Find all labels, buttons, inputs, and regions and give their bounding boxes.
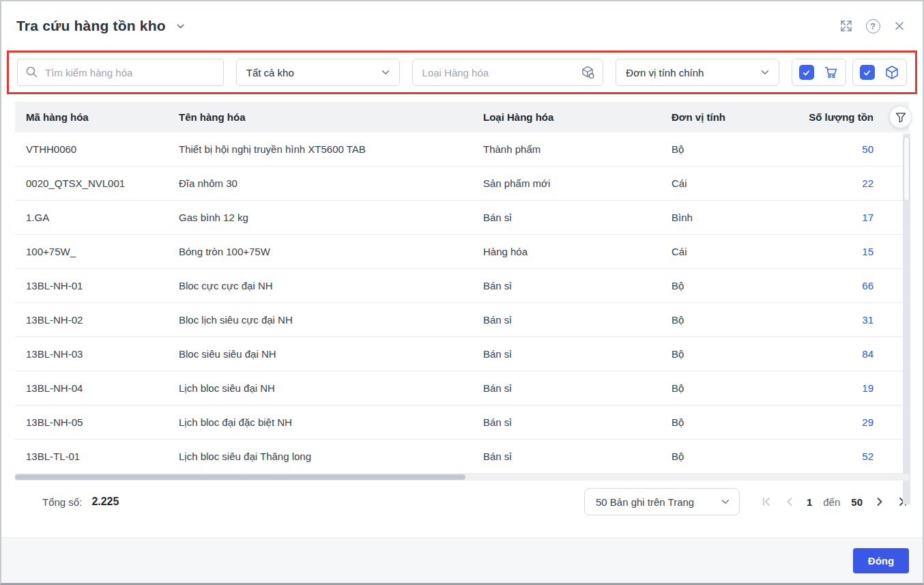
table-row[interactable]: 13BL-NH-01 Bloc cực cực đại NH Bán sỉ Bộ… bbox=[15, 269, 909, 303]
column-header-unit: Đơn vị tính bbox=[672, 111, 808, 123]
help-icon[interactable]: ? bbox=[865, 18, 881, 34]
stock-quantity-link[interactable]: 17 bbox=[862, 212, 874, 223]
item-type-field-wrap bbox=[412, 59, 604, 86]
cell-item-name: Bóng tròn 100+75W bbox=[179, 246, 483, 257]
chevron-down-icon bbox=[760, 67, 770, 78]
close-icon[interactable] bbox=[891, 18, 908, 34]
category-box-icon[interactable] bbox=[580, 65, 595, 83]
cart-icon bbox=[823, 64, 839, 81]
chevron-down-icon bbox=[380, 67, 391, 78]
warehouse-select-value: Tất cả kho bbox=[246, 67, 294, 79]
cell-item-unit: Cái bbox=[672, 177, 808, 189]
cell-stock-qty: 52 bbox=[808, 451, 909, 462]
pagination-bar: Tổng số: 2.225 50 Bản ghi trên Trang 1 đ… bbox=[1, 481, 923, 523]
pagination-first-button[interactable] bbox=[759, 494, 774, 509]
cart-filter-group[interactable] bbox=[792, 59, 846, 86]
filter-bar-highlight: Tất cả kho Đơn vị tính chính bbox=[7, 51, 917, 94]
cell-item-unit: Cái bbox=[672, 246, 808, 257]
filter-funnel-button[interactable] bbox=[889, 106, 912, 128]
column-header-item-type: Loại Hàng hóa bbox=[483, 111, 672, 123]
unit-select[interactable]: Đơn vị tính chính bbox=[616, 59, 779, 86]
table-body: VTHH0060 Thiết bị hội nghị truyền hình X… bbox=[15, 132, 909, 474]
box-filter-group[interactable] bbox=[852, 59, 907, 86]
table-row[interactable]: 1.GA Gas bình 12 kg Bán sỉ Bình 17 bbox=[15, 201, 909, 235]
inventory-table: Mã hàng hóa Tên hàng hóa Loại Hàng hóa Đ… bbox=[15, 102, 909, 481]
unit-select-value: Đơn vị tính chính bbox=[626, 67, 704, 79]
cell-stock-qty: 31 bbox=[808, 314, 909, 326]
page-size-select[interactable]: 50 Bản ghi trên Trang bbox=[584, 488, 740, 515]
vertical-scrollbar-thumb[interactable] bbox=[904, 137, 910, 201]
stock-quantity-link[interactable]: 22 bbox=[862, 177, 874, 189]
table-row[interactable]: VTHH0060 Thiết bị hội nghị truyền hình X… bbox=[15, 132, 909, 167]
prev-page-icon bbox=[783, 495, 796, 509]
search-input[interactable] bbox=[17, 59, 224, 86]
cell-item-name: Thiết bị hội nghị truyền hình XT5600 TAB bbox=[179, 143, 483, 155]
expand-icon[interactable] bbox=[838, 18, 854, 34]
check-icon bbox=[801, 68, 811, 78]
stock-quantity-link[interactable]: 19 bbox=[862, 382, 874, 394]
table-row[interactable]: 13BL-TL-01 Lịch bloc siêu đại Thăng long… bbox=[15, 440, 909, 474]
table-row[interactable]: 13BL-NH-03 Bloc siêu siêu đại NH Bán sỉ … bbox=[15, 337, 909, 371]
cell-item-code: 13BL-NH-05 bbox=[15, 416, 179, 428]
pagination-next-button[interactable] bbox=[872, 494, 887, 509]
horizontal-scrollbar[interactable] bbox=[15, 474, 909, 481]
cell-stock-qty: 22 bbox=[808, 177, 909, 189]
table-row[interactable]: 100+75W_ Bóng tròn 100+75W Hàng hóa Cái … bbox=[15, 235, 909, 269]
item-type-input[interactable] bbox=[412, 59, 604, 86]
table-row[interactable]: 13BL-NH-02 Bloc lịch siêu cực đại NH Bán… bbox=[15, 303, 909, 337]
warehouse-select[interactable]: Tất cả kho bbox=[236, 59, 400, 86]
cell-stock-qty: 84 bbox=[808, 348, 909, 360]
cell-item-code: 13BL-NH-04 bbox=[15, 382, 179, 394]
stock-quantity-link[interactable]: 66 bbox=[862, 280, 874, 291]
column-header-item-code: Mã hàng hóa bbox=[15, 111, 179, 123]
cell-item-name: Bloc lịch siêu cực đại NH bbox=[179, 314, 483, 326]
stock-quantity-link[interactable]: 31 bbox=[862, 314, 874, 326]
stock-quantity-link[interactable]: 52 bbox=[862, 451, 874, 462]
vertical-scrollbar[interactable] bbox=[903, 134, 910, 504]
next-page-icon bbox=[873, 495, 886, 509]
inventory-lookup-window: Tra cứu hàng tồn kho ? bbox=[0, 0, 924, 585]
table-row[interactable]: 13BL-NH-04 Lịch bloc siêu đại NH Bán sỉ … bbox=[15, 371, 909, 405]
cell-item-type: Bán sỉ bbox=[483, 382, 672, 394]
cell-item-unit: Bộ bbox=[672, 348, 808, 360]
cell-item-name: Bloc cực cực đại NH bbox=[179, 280, 483, 291]
cell-stock-qty: 66 bbox=[808, 280, 909, 291]
page-size-value: 50 Bản ghi trên Trang bbox=[596, 496, 694, 508]
cell-item-name: Lịch bloc siêu đại NH bbox=[179, 382, 483, 394]
cell-item-type: Bán sỉ bbox=[483, 451, 672, 462]
cell-item-unit: Bình bbox=[672, 212, 808, 223]
cell-item-code: 13BL-NH-01 bbox=[15, 280, 179, 291]
table-row[interactable]: 13BL-NH-05 Lịch bloc đại đặc biệt NH Bán… bbox=[15, 405, 909, 440]
cell-item-type: Sản phẩm mới bbox=[483, 177, 672, 189]
cell-item-unit: Bộ bbox=[672, 143, 808, 155]
cart-filter-checkbox[interactable] bbox=[799, 65, 814, 80]
cell-item-unit: Bộ bbox=[672, 314, 808, 326]
pagination-controls: 50 Bản ghi trên Trang 1 đến 50 bbox=[584, 488, 910, 515]
stock-quantity-link[interactable]: 15 bbox=[862, 246, 874, 257]
table-row[interactable]: 0020_QTSX_NVL001 Đĩa nhôm 30 Sản phẩm mớ… bbox=[15, 167, 909, 201]
cell-item-code: 13BL-NH-02 bbox=[15, 314, 179, 326]
page-title: Tra cứu hàng tồn kho bbox=[16, 18, 166, 34]
pagination-prev-button[interactable] bbox=[782, 494, 797, 509]
total-label: Tổng số: bbox=[42, 496, 82, 508]
title-chevron-down-icon[interactable] bbox=[175, 21, 186, 31]
stock-quantity-link[interactable]: 84 bbox=[862, 348, 874, 360]
cell-item-code: 1.GA bbox=[15, 212, 179, 223]
cell-stock-qty: 17 bbox=[808, 212, 909, 223]
cell-stock-qty: 19 bbox=[808, 382, 909, 394]
check-icon bbox=[862, 68, 872, 78]
cell-item-code: 100+75W_ bbox=[15, 246, 179, 257]
cell-item-unit: Bộ bbox=[672, 280, 808, 291]
cell-item-type: Bán sỉ bbox=[483, 212, 672, 223]
box-filter-checkbox[interactable] bbox=[860, 65, 875, 80]
stock-quantity-link[interactable]: 29 bbox=[862, 416, 874, 428]
close-button[interactable]: Đóng bbox=[853, 548, 909, 573]
first-page-icon bbox=[760, 495, 773, 509]
pager: 1 đến 50 bbox=[759, 494, 910, 509]
horizontal-scrollbar-thumb[interactable] bbox=[15, 474, 465, 480]
bottom-action-bar: Đóng bbox=[1, 537, 923, 583]
cell-item-name: Lịch bloc siêu đại Thăng long bbox=[179, 451, 483, 462]
cell-item-name: Bloc siêu siêu đại NH bbox=[179, 348, 483, 360]
search-field-wrap bbox=[17, 59, 224, 86]
stock-quantity-link[interactable]: 50 bbox=[862, 143, 874, 155]
